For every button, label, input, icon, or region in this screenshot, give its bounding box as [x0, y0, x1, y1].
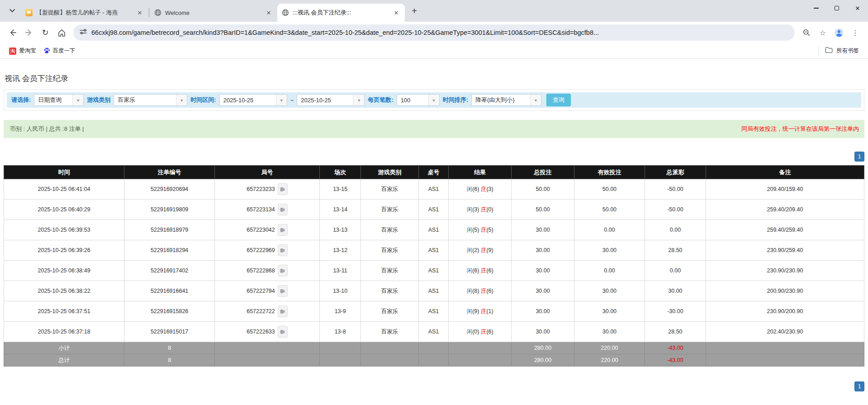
page-1-button[interactable]: 1	[854, 152, 864, 162]
footer-empty	[320, 342, 361, 354]
cell-note: 230.90/230.90	[706, 261, 864, 281]
zoom-indicator-icon[interactable]	[798, 24, 815, 41]
video-replay-icon[interactable]	[278, 285, 288, 297]
cell-session: 13-9	[320, 301, 361, 322]
tab-forum[interactable]: 【新提醒】杨雪儿的帖子 - 海燕 ✕	[21, 4, 148, 22]
video-replay-icon[interactable]	[278, 244, 288, 256]
result-player-score: (6)	[472, 186, 479, 192]
table-row: 2025-10-25 06:38:49522916917402657222868…	[4, 261, 864, 281]
cell-note: 209.40/159.40	[706, 179, 864, 200]
cell-total-bet[interactable]: 30.00	[512, 220, 574, 240]
chevron-down-icon[interactable]: ▾	[276, 95, 287, 105]
cell-result: 闲(3) 庄(0)	[449, 200, 512, 220]
tab-divider	[149, 8, 149, 17]
pagination-top: 1	[4, 152, 864, 162]
reload-button[interactable]: ↻	[37, 24, 53, 41]
footer-empty	[361, 354, 418, 367]
table-row: 2025-10-25 06:39:26522916918294657222969…	[4, 240, 864, 261]
cell-order-id: 522916918294	[124, 240, 215, 261]
page-size-dropdown[interactable]: 100 ▾	[397, 94, 440, 106]
cell-time: 2025-10-25 06:37:18	[4, 322, 124, 342]
date-end-dropdown[interactable]: 2025-10-25 ▾	[297, 94, 365, 106]
tab-bet-records[interactable]: :::视讯 会员下注纪录::: ✕	[277, 4, 405, 22]
forum-favicon	[25, 9, 33, 16]
tab-close-icon[interactable]: ✕	[136, 9, 144, 17]
menu-dots-icon[interactable]: ⋮	[847, 24, 863, 41]
cell-round-id: 657223134	[214, 200, 319, 220]
cell-session: 13-15	[320, 179, 361, 200]
cell-table-no: AS1	[418, 179, 449, 200]
cell-total-bet[interactable]: 30.00	[512, 281, 574, 301]
bookmark-taobao[interactable]: 淘 爱淘宝	[5, 45, 40, 57]
page-1-button[interactable]: 1	[854, 381, 864, 391]
footer-empty	[449, 342, 512, 354]
home-button[interactable]	[53, 24, 70, 41]
cell-round-id: 657222794	[214, 281, 319, 301]
result-banker-label: 庄	[481, 206, 487, 213]
cell-result: 闲(6) 庄(3)	[449, 179, 512, 200]
query-type-dropdown[interactable]: 日期查询 ▾	[34, 94, 84, 106]
video-replay-icon[interactable]	[278, 224, 288, 236]
tab-close-icon[interactable]: ✕	[392, 9, 400, 17]
cell-session: 13-13	[320, 220, 361, 240]
cell-total-bet[interactable]: 50.00	[512, 200, 574, 220]
bookmark-star-icon[interactable]: ☆	[815, 24, 831, 41]
site-info-tune-icon[interactable]	[80, 28, 87, 37]
all-bookmarks-button[interactable]: 所有书签	[836, 45, 863, 57]
chevron-down-icon[interactable]: ▾	[353, 95, 364, 105]
video-replay-icon[interactable]	[278, 305, 288, 317]
bookmarks-divider	[818, 47, 819, 56]
tab-close-icon[interactable]: ✕	[265, 9, 273, 17]
result-player-score: (2)	[472, 247, 479, 253]
cell-round-id: 657222633	[214, 322, 319, 342]
result-banker-score: (3)	[486, 186, 493, 192]
cell-round-id: 657223042	[214, 220, 319, 240]
cell-table-no: AS1	[418, 261, 449, 281]
url-text[interactable]: 66cxkj98.com/game/betrecord_search/kind3…	[91, 29, 599, 36]
video-replay-icon[interactable]	[278, 183, 288, 195]
summary-bar: 币别 : 人民币 | 总共 :8 注单 | 同局有效投注，统一计算在该局第一张注…	[4, 120, 864, 138]
cell-total-bet[interactable]: 30.00	[512, 240, 574, 261]
chevron-down-icon[interactable]: ▾	[176, 95, 187, 105]
close-button[interactable]: ✕	[847, 0, 868, 16]
cell-order-id: 522916916641	[124, 281, 215, 301]
tab-search-chevron-icon[interactable]	[5, 4, 19, 18]
minimize-button[interactable]	[806, 0, 826, 16]
video-replay-icon[interactable]	[278, 326, 288, 338]
footer-empty	[320, 354, 361, 367]
cell-total-bet[interactable]: 30.00	[512, 322, 574, 342]
address-bar[interactable]: 66cxkj98.com/game/betrecord_search/kind3…	[73, 24, 795, 41]
maximize-button[interactable]	[826, 0, 847, 16]
date-start-dropdown[interactable]: 2025-10-25 ▾	[219, 94, 287, 106]
forward-button[interactable]	[21, 24, 37, 41]
chevron-down-icon[interactable]: ▾	[530, 95, 541, 105]
result-player-score: (6)	[472, 267, 479, 274]
footer-label: 小计	[4, 342, 124, 354]
table-footer-row: 总计8280.00220.00-43.00	[4, 354, 864, 367]
column-header: 总派彩	[645, 166, 706, 179]
footer-valid-bet: 220.00	[574, 342, 645, 354]
footer-empty	[361, 342, 418, 354]
cell-game-category: 百家乐	[361, 261, 418, 281]
new-tab-button[interactable]: +	[408, 4, 421, 18]
game-category-dropdown[interactable]: 百家乐 ▾	[114, 94, 187, 106]
video-replay-icon[interactable]	[278, 204, 288, 215]
cell-round-id: 657222969	[214, 240, 319, 261]
bookmark-baidu[interactable]: 百度一下	[40, 45, 79, 57]
cell-total-bet[interactable]: 30.00	[512, 261, 574, 281]
cell-total-bet[interactable]: 30.00	[512, 301, 574, 322]
tab-welcome[interactable]: Welcome ✕	[150, 4, 277, 22]
search-button[interactable]: 查询	[546, 94, 571, 106]
taobao-icon: 淘	[9, 48, 16, 55]
video-replay-icon[interactable]	[278, 265, 288, 276]
cell-result: 闲(9) 庄(1)	[449, 301, 512, 322]
profile-avatar[interactable]	[831, 24, 847, 41]
back-button[interactable]	[5, 24, 21, 41]
chevron-down-icon[interactable]: ▾	[72, 95, 83, 105]
cell-total-bet[interactable]: 50.00	[512, 179, 574, 200]
chevron-down-icon[interactable]: ▾	[428, 95, 439, 105]
sort-dropdown[interactable]: 降幂(由大到小) ▾	[471, 94, 541, 106]
result-banker-score: (0)	[486, 206, 493, 213]
column-header: 时间	[4, 166, 124, 179]
column-header: 有效投注	[574, 166, 645, 179]
